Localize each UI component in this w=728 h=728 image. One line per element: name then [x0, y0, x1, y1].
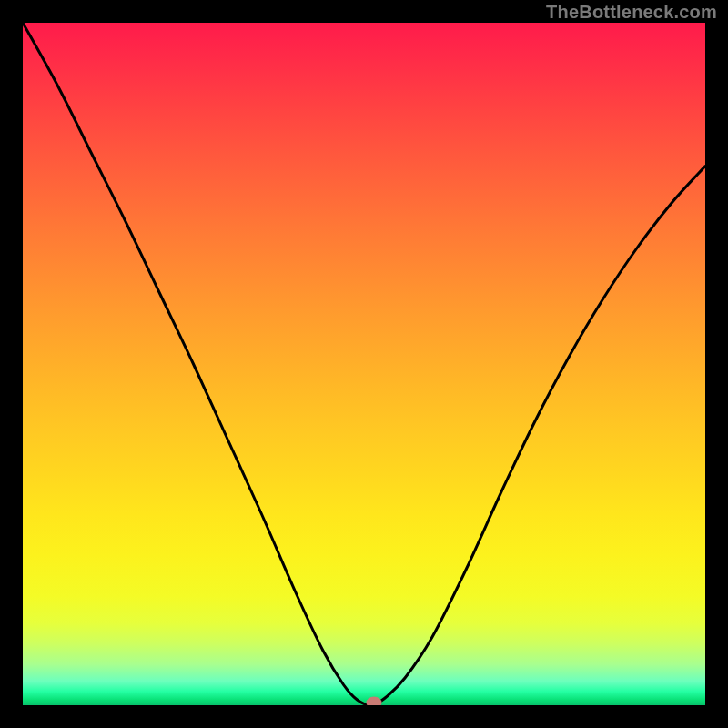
plot-area: [23, 23, 705, 705]
chart-container: TheBottleneck.com: [0, 0, 728, 728]
bottleneck-curve: [23, 23, 705, 705]
watermark-text: TheBottleneck.com: [546, 2, 717, 23]
optimal-point-marker: [367, 697, 382, 706]
